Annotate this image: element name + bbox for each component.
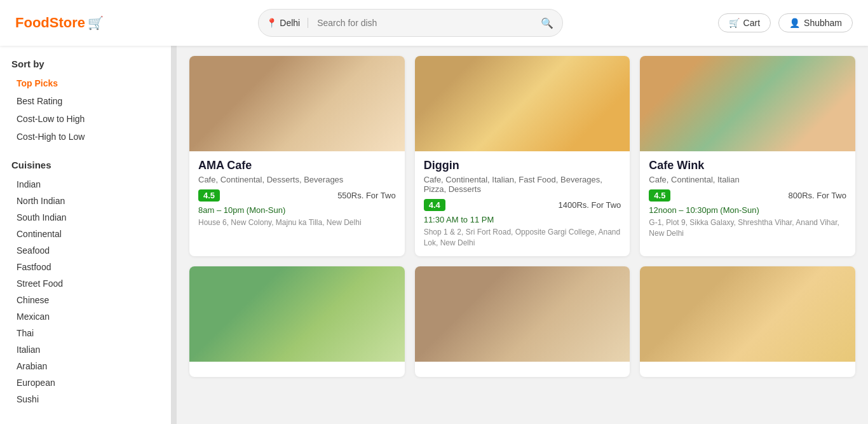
search-button[interactable]: 🔍	[532, 17, 562, 29]
cuisine-item-fastfood[interactable]: Fastfood	[11, 259, 159, 275]
rating-badge: 4.5	[198, 189, 220, 202]
cuisine-item-indian[interactable]: Indian	[11, 177, 159, 192]
restaurant-address: House 6, New Colony, Majnu ka Tilla, New…	[198, 217, 396, 228]
logo-text: FoodStore	[15, 15, 85, 31]
cart-icon: 🛒	[729, 18, 740, 28]
price-for-two: 800Rs. For Two	[788, 191, 846, 200]
card-body: Cafe Wink Cafe, Continental, Italian 4.5…	[640, 151, 855, 247]
restaurant-hours: 8am – 10pm (Mon-Sun)	[198, 205, 396, 215]
cart-label: Cart	[743, 18, 760, 28]
sort-cost-low-high[interactable]: Cost-Low to High	[11, 111, 159, 127]
price-for-two: 550Rs. For Two	[337, 191, 396, 200]
restaurant-grid: AMA Cafe Cafe, Continental, Desserts, Be…	[189, 56, 855, 377]
restaurant-image	[640, 266, 855, 362]
user-label: Shubham	[804, 18, 842, 28]
restaurant-address: Shop 1 & 2, Sri Fort Road, Opposite Garg…	[424, 227, 621, 249]
restaurant-image	[640, 56, 855, 151]
cuisine-item-italian[interactable]: Italian	[11, 342, 159, 357]
logo[interactable]: FoodStore 🛒	[15, 15, 104, 31]
restaurant-name: Cafe Wink	[649, 159, 846, 172]
user-icon: 👤	[789, 18, 800, 28]
restaurant-card-restaurant-5[interactable]	[415, 266, 630, 377]
logo-cart-icon: 🛒	[88, 15, 104, 31]
sort-cost-high-low[interactable]: Cost-High to Low	[11, 129, 159, 144]
restaurant-image	[415, 56, 630, 151]
restaurant-card-ama-cafe[interactable]: AMA Cafe Cafe, Continental, Desserts, Be…	[189, 56, 405, 256]
header-actions: 🛒 Cart 👤 Shubham	[718, 13, 853, 32]
search-bar: 📍 Delhi 🔍	[258, 9, 563, 37]
card-meta: 4.5 550Rs. For Two	[198, 189, 396, 202]
location-text: Delhi	[280, 18, 300, 28]
price-for-two: 1400Rs. For Two	[559, 200, 621, 210]
card-body	[189, 362, 405, 377]
location-display[interactable]: 📍 Delhi	[259, 18, 308, 28]
card-body: AMA Cafe Cafe, Continental, Desserts, Be…	[189, 151, 405, 236]
search-icon: 🔍	[541, 18, 553, 29]
cuisine-item-seafood[interactable]: Seafood	[11, 243, 159, 258]
sort-best-rating[interactable]: Best Rating	[11, 93, 159, 109]
cuisine-item-european[interactable]: European	[11, 375, 159, 390]
sort-section-title: Sort by	[11, 58, 159, 69]
card-meta: 4.4 1400Rs. For Two	[424, 199, 621, 211]
restaurant-card-diggin[interactable]: Diggin Cafe, Continental, Italian, Fast …	[415, 56, 630, 256]
card-body	[415, 362, 630, 377]
restaurant-card-restaurant-4[interactable]	[189, 266, 405, 377]
restaurant-hours: 12noon – 10:30pm (Mon-Sun)	[649, 205, 846, 215]
layout: Sort by Top Picks Best Rating Cost-Low t…	[0, 46, 868, 424]
rating-badge: 4.5	[649, 189, 670, 202]
user-button[interactable]: 👤 Shubham	[778, 13, 853, 32]
cuisine-item-chinese[interactable]: Chinese	[11, 292, 159, 308]
cuisine-item-continental[interactable]: Continental	[11, 226, 159, 242]
cuisine-list: IndianNorth IndianSouth IndianContinenta…	[11, 177, 159, 407]
sidebar-divider	[172, 46, 177, 424]
card-body	[640, 362, 855, 377]
restaurant-card-restaurant-6[interactable]	[640, 266, 855, 377]
restaurant-address: G-1, Plot 9, Sikka Galaxy, Shreshtha Vih…	[649, 217, 846, 239]
card-body: Diggin Cafe, Continental, Italian, Fast …	[415, 151, 630, 256]
restaurant-cuisines: Cafe, Continental, Desserts, Beverages	[198, 175, 396, 184]
restaurant-cuisines: Cafe, Continental, Italian, Fast Food, B…	[424, 175, 621, 194]
restaurant-image	[189, 56, 405, 151]
search-input[interactable]	[308, 18, 532, 28]
sort-options: Top Picks Best Rating Cost-Low to High C…	[11, 76, 159, 144]
rating-badge: 4.4	[424, 199, 445, 211]
cart-button[interactable]: 🛒 Cart	[718, 13, 771, 32]
cuisine-item-arabian[interactable]: Arabian	[11, 359, 159, 374]
cuisine-item-south-indian[interactable]: South Indian	[11, 210, 159, 225]
cuisine-item-sushi[interactable]: Sushi	[11, 392, 159, 407]
restaurant-image	[189, 266, 405, 362]
cuisine-item-north-indian[interactable]: North Indian	[11, 193, 159, 209]
cuisines-title: Cuisines	[11, 160, 159, 170]
main-content: AMA Cafe Cafe, Continental, Desserts, Be…	[177, 46, 868, 424]
card-meta: 4.5 800Rs. For Two	[649, 189, 846, 202]
restaurant-name: Diggin	[424, 159, 621, 172]
cuisine-item-mexican[interactable]: Mexican	[11, 309, 159, 324]
sort-top-picks[interactable]: Top Picks	[11, 76, 159, 91]
cuisine-item-thai[interactable]: Thai	[11, 325, 159, 341]
header: FoodStore 🛒 📍 Delhi 🔍 🛒 Cart 👤 Shubham	[0, 0, 868, 46]
restaurant-card-cafe-wink[interactable]: Cafe Wink Cafe, Continental, Italian 4.5…	[640, 56, 855, 256]
pin-icon: 📍	[266, 18, 277, 28]
restaurant-image	[415, 266, 630, 362]
sidebar: Sort by Top Picks Best Rating Cost-Low t…	[0, 46, 172, 424]
restaurant-cuisines: Cafe, Continental, Italian	[649, 175, 846, 184]
restaurant-hours: 11:30 AM to 11 PM	[424, 215, 621, 224]
restaurant-name: AMA Cafe	[198, 159, 396, 172]
cuisine-item-street-food[interactable]: Street Food	[11, 276, 159, 291]
